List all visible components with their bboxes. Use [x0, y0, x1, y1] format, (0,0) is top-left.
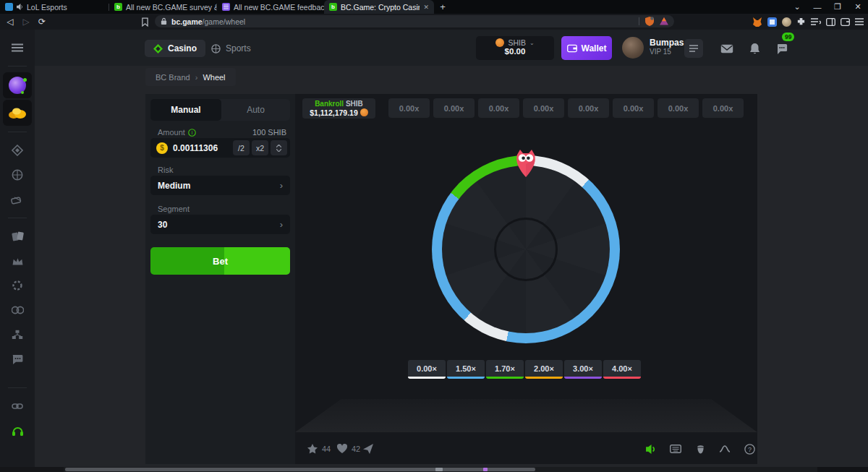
result-chip[interactable]: 0.00x [702, 98, 744, 118]
tab-audio-icon[interactable] [17, 4, 23, 10]
browser-tab-survey[interactable]: b All new BC.GAME survey & feedback n [109, 0, 216, 14]
like-stat[interactable]: 42 [337, 444, 360, 453]
sidebar-item-games[interactable] [0, 298, 35, 322]
hamburger-icon [12, 43, 23, 52]
result-chip[interactable]: 0.00x [568, 98, 609, 118]
amount-value[interactable]: 0.00111306 [173, 143, 218, 153]
extensions-row [752, 15, 864, 28]
sidebar-item-bonus-spin[interactable] [3, 72, 32, 98]
chevron-right-icon: › [280, 180, 283, 191]
legend-multiplier[interactable]: 3.00× [564, 360, 602, 379]
bookmark-icon[interactable] [139, 16, 150, 27]
horizontal-scrollbar[interactable] [65, 468, 535, 471]
sidebar-item-settings[interactable] [0, 273, 35, 298]
sidebar-item-treasure[interactable] [3, 100, 32, 126]
notifications-button[interactable] [745, 39, 764, 58]
game-canvas: Bankroll SHIB $1,112,179.19 0.00x 0.00x … [295, 94, 757, 464]
sidebar-menu-button[interactable] [0, 35, 35, 60]
browser-tab-active[interactable]: b BC.Game: Crypto Casino Games & ✕ [324, 0, 434, 14]
bat-extension-icon[interactable] [660, 17, 668, 25]
share-button[interactable] [362, 442, 375, 455]
list-favicon [222, 3, 230, 11]
browser-menu-icon[interactable] [855, 18, 864, 25]
forward-button[interactable]: ▷ [19, 14, 33, 29]
sound-toggle[interactable] [643, 441, 659, 457]
back-button[interactable]: ◁ [3, 14, 17, 29]
amount-label: Amount [158, 128, 185, 137]
wallet-panel-icon[interactable] [841, 18, 850, 26]
tab-manual[interactable]: Manual [150, 99, 221, 121]
legend-multiplier[interactable]: 1.50× [447, 360, 485, 379]
window-close-button[interactable]: ✕ [848, 0, 868, 14]
result-chip[interactable]: 0.00x [658, 98, 699, 118]
sidebar-item-vip-club[interactable] [0, 249, 35, 273]
owl-pointer-icon [514, 149, 538, 178]
legend-multiplier[interactable]: 1.70× [486, 360, 524, 379]
metamask-extension-icon[interactable] [752, 17, 762, 27]
side-panel-icon[interactable] [826, 18, 835, 26]
close-tab-icon[interactable]: ✕ [423, 4, 429, 11]
result-chip[interactable]: 0.00x [478, 98, 519, 118]
tab-auto[interactable]: Auto [221, 99, 290, 121]
browser-tab-lol[interactable]: LoL Esports [0, 0, 109, 14]
window-maximize-button[interactable]: ❐ [827, 0, 848, 14]
translate-extension-icon[interactable] [767, 17, 777, 27]
legend-multiplier[interactable]: 2.00× [525, 360, 563, 379]
segment-select[interactable]: 30 › [150, 215, 290, 234]
new-tab-button[interactable]: + [434, 0, 451, 14]
user-name: Bumpas [650, 38, 684, 48]
address-bar[interactable]: bc.game /game/wheel [155, 15, 674, 27]
sidebar-item-racing[interactable] [0, 187, 35, 212]
sidebar-item-casino[interactable] [0, 138, 35, 163]
amount-input[interactable]: $ 0.00111306 /2 x2 [150, 138, 290, 158]
casino-diamond-icon [153, 44, 163, 53]
bet-button[interactable]: Bet [150, 247, 290, 275]
result-chip[interactable]: 0.00x [523, 98, 564, 118]
legend-multiplier[interactable]: 0.00× [408, 360, 446, 379]
favorite-stat[interactable]: 44 [307, 444, 331, 454]
fairness-button[interactable] [692, 441, 708, 457]
sidebar-item-referral[interactable] [0, 394, 35, 419]
sports-ball-icon [12, 169, 23, 181]
sidebar-item-support[interactable] [0, 419, 35, 443]
hotkeys-button[interactable] [668, 441, 684, 457]
window-minimize-button[interactable]: — [807, 0, 827, 14]
crown-icon [12, 257, 24, 266]
tab-sports[interactable]: Sports [204, 40, 258, 57]
result-chip[interactable]: 0.00x [613, 98, 654, 118]
wallet-button[interactable]: Wallet [561, 36, 612, 60]
help-button[interactable]: ? [741, 441, 757, 457]
result-chip[interactable]: 0.00x [433, 98, 475, 118]
rail-divider [8, 66, 27, 66]
profile-extension-icon[interactable] [782, 17, 791, 27]
risk-select[interactable]: Medium › [150, 176, 290, 195]
double-bet-button[interactable]: x2 [252, 140, 268, 155]
lol-favicon [5, 3, 13, 11]
reload-button[interactable]: ⟳ [35, 14, 49, 29]
puzzle-extensions-icon[interactable] [796, 17, 806, 27]
result-chip[interactable]: 0.00x [388, 98, 430, 118]
shield-extension-icon[interactable] [645, 17, 654, 26]
sidebar-item-sports[interactable] [0, 163, 35, 187]
sidebar-item-cards[interactable] [0, 224, 35, 249]
tab-casino[interactable]: Casino [145, 40, 205, 57]
sidebar-item-forum[interactable] [0, 347, 35, 372]
half-bet-button[interactable]: /2 [233, 140, 250, 155]
reading-list-icon[interactable] [811, 18, 821, 26]
messages-button[interactable] [718, 39, 736, 58]
amount-stepper[interactable] [271, 140, 287, 155]
sidebar-item-affiliate[interactable] [0, 322, 35, 347]
trends-button[interactable] [717, 441, 733, 457]
chat-button[interactable] [773, 39, 791, 58]
breadcrumb-separator-icon: › [195, 73, 198, 82]
browser-tab-feedback[interactable]: All new BC.GAME feedback [217, 0, 324, 14]
avatar[interactable] [622, 37, 644, 59]
wheel-pointer-mascot [514, 149, 538, 178]
info-icon[interactable]: i [188, 129, 196, 137]
user-info[interactable]: Bumpas VIP 15 [650, 38, 684, 56]
window-chevron-button[interactable]: ⌄ [787, 0, 807, 14]
legend-multiplier[interactable]: 4.00× [603, 360, 641, 379]
breadcrumb-brand[interactable]: BC Brand [156, 73, 190, 82]
balance-selector[interactable]: SHIB ⌄ $0.00 [476, 36, 554, 60]
betslip-button[interactable] [684, 39, 703, 58]
